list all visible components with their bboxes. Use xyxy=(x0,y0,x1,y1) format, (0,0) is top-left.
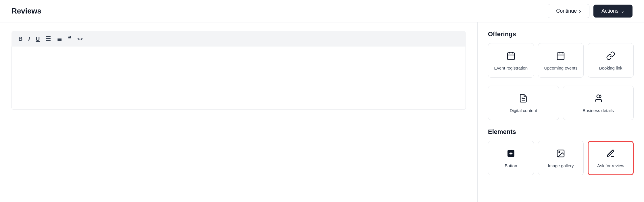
actions-label: Actions xyxy=(601,8,618,14)
svg-point-10 xyxy=(597,95,600,98)
event-registration-icon xyxy=(506,51,516,62)
code-button[interactable]: <> xyxy=(75,35,84,43)
event-registration-card[interactable]: Event registration xyxy=(488,43,534,78)
booking-link-label: Booking link xyxy=(599,65,622,71)
continue-button[interactable]: Continue › xyxy=(548,4,589,18)
main-content: B I U ☰ ≣ ❝ <> Offerings xyxy=(0,22,644,202)
bold-button[interactable]: B xyxy=(17,35,24,43)
editor-area: B I U ☰ ≣ ❝ <> xyxy=(0,22,477,202)
business-details-card[interactable]: Business details xyxy=(563,86,634,120)
ordered-list-button[interactable]: ≣ xyxy=(55,34,64,43)
digital-content-card[interactable]: Digital content xyxy=(488,86,559,120)
page-title: Reviews xyxy=(11,7,41,16)
ask-for-review-label: Ask for review xyxy=(597,163,624,169)
svg-point-15 xyxy=(559,151,560,153)
image-gallery-label: Image gallery xyxy=(548,163,574,169)
image-gallery-icon xyxy=(556,149,565,160)
booking-link-icon xyxy=(606,51,615,62)
upcoming-events-icon xyxy=(556,51,565,62)
italic-button[interactable]: I xyxy=(26,35,32,43)
offerings-bottom-grid: Digital content Business detai xyxy=(488,86,634,120)
actions-chevron-icon: ⌄ xyxy=(621,8,624,14)
ask-for-review-card[interactable]: Ask for review xyxy=(588,141,634,175)
unordered-list-button[interactable]: ☰ xyxy=(44,34,53,43)
right-panel: Offerings Event registr xyxy=(477,22,644,202)
event-registration-label: Event registration xyxy=(494,65,528,71)
digital-content-label: Digital content xyxy=(510,108,537,113)
quote-button[interactable]: ❝ xyxy=(66,34,73,43)
button-label: Button xyxy=(505,163,517,169)
button-card[interactable]: Button xyxy=(488,141,534,175)
elements-grid: Button Image gallery xyxy=(488,141,634,175)
business-details-label: Business details xyxy=(583,108,614,113)
button-icon xyxy=(506,149,516,160)
elements-section: Elements Button xyxy=(488,128,634,175)
booking-link-card[interactable]: Booking link xyxy=(588,43,634,78)
elements-title: Elements xyxy=(488,128,634,136)
continue-arrow-icon: › xyxy=(579,8,581,14)
continue-label: Continue xyxy=(556,8,577,14)
offerings-title: Offerings xyxy=(488,30,634,38)
svg-rect-4 xyxy=(557,53,564,59)
image-gallery-card[interactable]: Image gallery xyxy=(538,141,584,175)
digital-content-icon xyxy=(519,94,528,105)
upcoming-events-label: Upcoming events xyxy=(544,65,578,71)
offerings-section: Offerings Event registr xyxy=(488,30,634,120)
offerings-top-grid: Event registration Upcoming ev xyxy=(488,43,634,78)
underline-button[interactable]: U xyxy=(34,35,41,43)
svg-rect-0 xyxy=(507,53,514,59)
editor-toolbar: B I U ☰ ≣ ❝ <> xyxy=(11,31,466,47)
business-details-icon xyxy=(594,94,603,105)
ask-for-review-icon xyxy=(606,149,615,160)
upcoming-events-card[interactable]: Upcoming events xyxy=(538,43,584,78)
header: Reviews Continue › Actions ⌄ xyxy=(0,0,644,22)
actions-button[interactable]: Actions ⌄ xyxy=(593,5,633,18)
header-actions: Continue › Actions ⌄ xyxy=(548,4,633,18)
editor-body[interactable] xyxy=(11,47,466,110)
